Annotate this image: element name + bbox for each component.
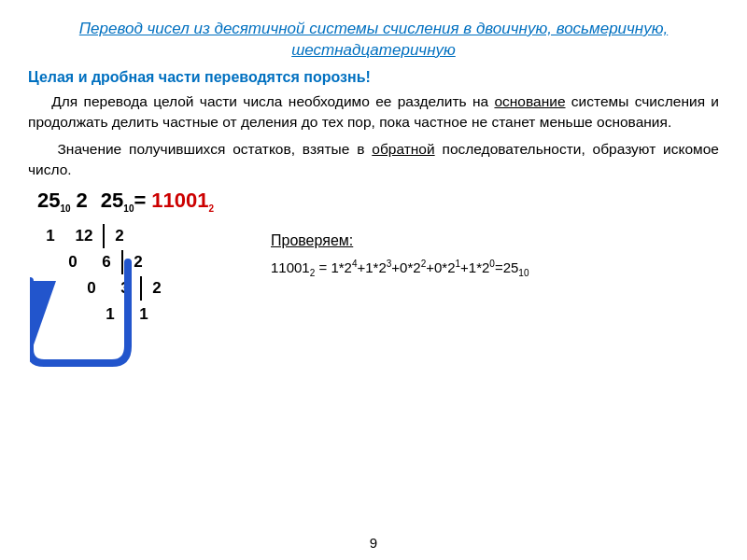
sub-2: 2 (209, 203, 215, 214)
divisor-1: 2 (106, 223, 133, 249)
verification-area: Проверяем: 110012 = 1*24+1*23+0*22+0*21+… (271, 232, 719, 281)
quotient-1: 12 (67, 223, 101, 249)
verify-formula: 110012 = 1*24+1*23+0*22+0*21+1*20=2510 (271, 257, 719, 281)
div-row-1: 1 12 2 (37, 223, 243, 249)
verify-title: Проверяем: (271, 232, 719, 249)
page-number: 9 (370, 535, 377, 551)
division-area: 1 12 2 0 6 2 0 3 2 1 1 (28, 223, 243, 328)
sub-10b: 10 (123, 203, 134, 214)
underline-osnowanie: основание (494, 93, 565, 109)
arrow-container (30, 253, 133, 365)
slide-subtitle: Целая и дробная части переводятся порозн… (28, 69, 719, 86)
slide: Перевод чисел из десятичной системы счис… (0, 0, 747, 560)
sub-10a: 10 (60, 203, 70, 214)
example-heading: 2510 2 2510= 110012 (37, 189, 719, 214)
division-arrow (30, 253, 151, 374)
example-num-left: 2510 (37, 189, 71, 214)
slide-title: Перевод чисел из десятичной системы счис… (28, 19, 719, 62)
underline-obratnoy: обратной (372, 141, 434, 157)
paragraph-1: Для перевода целой части числа необходим… (28, 91, 719, 133)
example-result: 110012 (151, 189, 214, 214)
remainder-1: 1 (37, 223, 63, 249)
section-lower: 1 12 2 0 6 2 0 3 2 1 1 (28, 223, 719, 328)
example-div-symbol: 2 (77, 189, 88, 213)
paragraph-2: Значение получившихся остатков, взятые в… (28, 139, 719, 181)
example-num-right: 2510= (101, 189, 146, 214)
